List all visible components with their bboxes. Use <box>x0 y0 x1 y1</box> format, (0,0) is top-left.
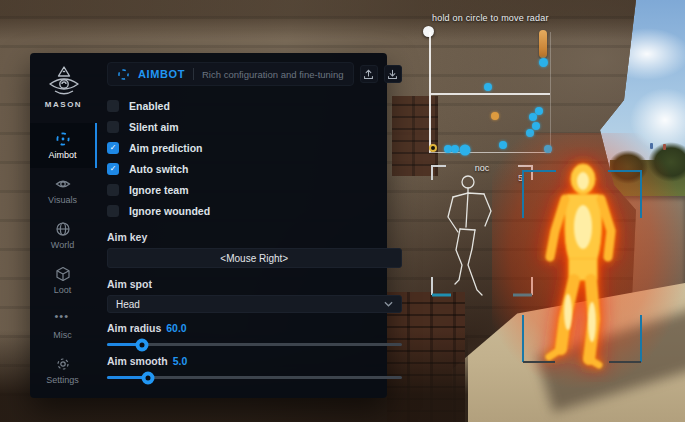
upload-icon <box>363 69 374 80</box>
aim-spot-value: Head <box>116 299 140 310</box>
checkbox-silent-aim[interactable]: ✓ Silent aim <box>107 116 402 137</box>
aim-smooth-value: 5.0 <box>173 355 188 367</box>
sidebar-item-label: Loot <box>54 285 72 295</box>
header-divider <box>193 68 194 80</box>
aim-smooth-label: Aim smooth <box>107 355 168 367</box>
checkbox-box[interactable]: ✓ <box>107 184 119 196</box>
eye-icon <box>55 176 71 192</box>
sidebar-item-settings[interactable]: Settings <box>30 348 97 393</box>
checkbox-aim-prediction[interactable]: ✓ Aim prediction <box>107 137 402 158</box>
checkbox-box[interactable]: ✓ <box>107 163 119 175</box>
checkbox-box[interactable]: ✓ <box>107 100 119 112</box>
aim-radius-slider[interactable] <box>107 343 402 346</box>
radar-dot-enemy <box>532 122 540 130</box>
crosshair-icon <box>55 131 71 147</box>
checkbox-label: Enabled <box>129 100 170 112</box>
import-config-button[interactable] <box>384 65 402 83</box>
checkbox-box[interactable]: ✓ <box>107 121 119 133</box>
aim-radius-label: Aim radius <box>107 322 161 334</box>
radar-axis-line <box>431 93 550 95</box>
sidebar-item-world[interactable]: World <box>30 213 97 258</box>
sidebar: MASON Aimbot Visuals <box>30 53 97 398</box>
checkbox-label: Aim prediction <box>129 142 203 154</box>
checkbox-auto-switch[interactable]: ✓ Auto switch <box>107 158 402 179</box>
tab-title: AIMBOT <box>138 68 185 80</box>
aim-radius-row: Aim radius 60.0 <box>107 322 402 346</box>
radar-dot-enemy <box>460 145 471 156</box>
tab-subtitle: Rich configuration and fine-tuning <box>202 69 344 80</box>
cube-icon <box>55 266 71 282</box>
aim-spot-select[interactable]: Head <box>107 295 402 313</box>
cheat-menu-panel: MASON Aimbot Visuals <box>30 53 387 398</box>
checkbox-label: Silent aim <box>129 121 179 133</box>
tab-header-bar: AIMBOT Rich configuration and fine-tunin… <box>107 62 354 86</box>
sidebar-item-label: World <box>51 240 74 250</box>
radar-dot-enemy <box>484 83 492 91</box>
checkbox-label: Auto switch <box>129 163 189 175</box>
export-config-button[interactable] <box>360 65 378 83</box>
aim-spot-label: Aim spot <box>107 278 402 290</box>
brand-name: MASON <box>45 100 82 109</box>
item-marker <box>539 30 547 58</box>
sidebar-item-label: Visuals <box>48 195 77 205</box>
brand-logo: MASON <box>30 61 97 123</box>
slider-thumb[interactable] <box>142 371 155 384</box>
esp-corner-box <box>522 170 642 364</box>
radar-dot-marked <box>429 144 437 152</box>
checkbox-label: Ignore team <box>129 184 189 196</box>
sidebar-item-label: Aimbot <box>48 150 76 160</box>
aim-smooth-row: Aim smooth 5.0 <box>107 355 402 379</box>
item-dot <box>539 58 548 67</box>
aimbot-tab-content: AIMBOT Rich configuration and fine-tunin… <box>97 53 414 398</box>
sidebar-item-label: Misc <box>53 330 72 340</box>
game-screen: hold on circle to move radar noc 5 <box>0 0 685 422</box>
radar-dot-enemy <box>451 145 459 153</box>
sidebar-item-aimbot[interactable]: Aimbot <box>30 123 97 168</box>
radar-dot-local <box>491 112 499 120</box>
radar-dot-enemy <box>529 113 537 121</box>
aimbot-target-icon <box>117 68 130 81</box>
chevron-down-icon <box>384 301 393 307</box>
slider-thumb[interactable] <box>136 338 149 351</box>
checkbox-box[interactable]: ✓ <box>107 142 119 154</box>
mason-eye-logo-icon <box>46 65 82 97</box>
sidebar-item-label: Settings <box>46 375 79 385</box>
download-icon <box>387 69 398 80</box>
sidebar-item-misc[interactable]: ••• Misc <box>30 303 97 348</box>
checkbox-label: Ignore wounded <box>129 205 210 217</box>
globe-icon <box>55 221 71 237</box>
checkbox-ignore-team[interactable]: ✓ Ignore team <box>107 179 402 200</box>
aim-smooth-slider[interactable] <box>107 376 402 379</box>
checkbox-enabled[interactable]: ✓ Enabled <box>107 95 402 116</box>
sidebar-item-visuals[interactable]: Visuals <box>30 168 97 213</box>
aim-key-bind-button[interactable]: <Mouse Right> <box>107 248 402 268</box>
checkbox-ignore-wounded[interactable]: ✓ Ignore wounded <box>107 200 402 221</box>
gear-icon <box>55 356 71 372</box>
sidebar-item-loot[interactable]: Loot <box>30 258 97 303</box>
checkbox-box[interactable]: ✓ <box>107 205 119 217</box>
aim-key-label: Aim key <box>107 231 402 243</box>
ellipsis-icon: ••• <box>55 311 71 327</box>
radar-hint-text: hold on circle to move radar <box>432 13 549 23</box>
aim-radius-value: 60.0 <box>166 322 186 334</box>
